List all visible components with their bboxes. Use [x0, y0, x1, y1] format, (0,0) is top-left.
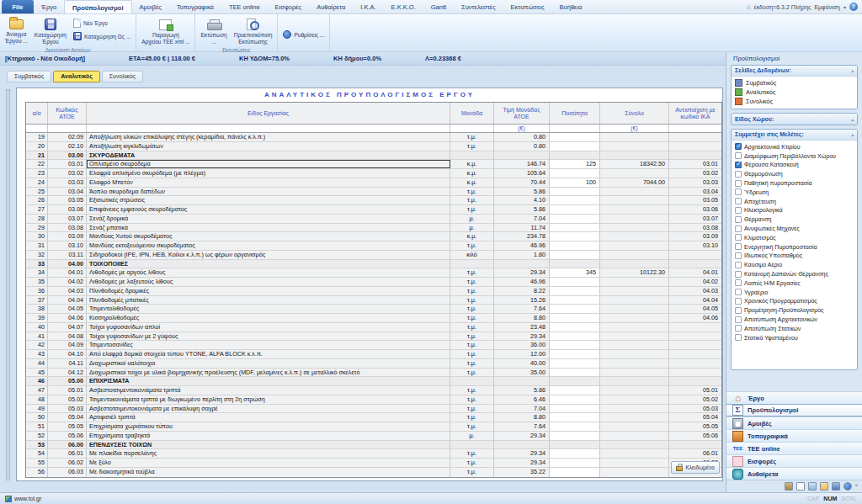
study-item[interactable]: Θέρμανση [732, 215, 857, 224]
produce-tee-xml-button[interactable]: ΠαραγωγήΑρχείου ΤΕΕ xml ... [139, 15, 192, 46]
cell-qty[interactable] [550, 413, 600, 422]
cell-desc[interactable]: Πλινθοδομές μπατικές [87, 296, 450, 305]
study-item[interactable]: Κατανομή Δαπανών Θέρμανσης [732, 269, 857, 279]
print-preview-button[interactable]: ΠροεπισκόπισηΕκτύπωσης [231, 15, 275, 46]
cell-desc[interactable]: Σενάζ μπατικά [87, 224, 450, 232]
cell-qty[interactable] [550, 241, 600, 250]
cell-qty[interactable] [550, 169, 600, 178]
study-item[interactable]: Ενεργητική Πυροπροστασία [732, 242, 857, 252]
menu-tab-ektyposeis[interactable]: Εκτυπώσεις [503, 0, 552, 13]
study-item[interactable]: Παθητική πυροπροστασία [732, 178, 857, 188]
locked-button[interactable]: Κλειδωμένο [671, 461, 720, 474]
study-item[interactable]: Ανυψωτικές Μηχανές [732, 224, 857, 233]
cell-qty[interactable] [550, 422, 600, 431]
menu-tab-voitheia[interactable]: Βοήθεια [552, 0, 590, 13]
cell-desc[interactable]: Σενάζ δρομικά [87, 215, 450, 223]
cell-qty[interactable] [550, 369, 600, 377]
cell-desc[interactable]: Αποξήλωση κιγκλιδωμάτων [87, 142, 450, 151]
cell-qty[interactable] [550, 441, 600, 449]
cell-qty[interactable] [550, 215, 600, 223]
cell-qty[interactable] [550, 287, 600, 295]
cell-qty[interactable] [550, 377, 600, 385]
website-link[interactable]: www.tol.gr [14, 496, 41, 501]
collapse-icon[interactable]: ▴ [851, 130, 854, 140]
window-small-icon[interactable] [808, 482, 817, 491]
study-item[interactable]: Αποτύπωση Αρχιτεκτονικών [732, 315, 857, 324]
menu-tab-ekko[interactable]: Ε.Κ.Κ.Ο. [384, 0, 423, 13]
cell-qty[interactable] [550, 350, 600, 358]
checkbox-icon[interactable] [735, 289, 742, 295]
study-item[interactable]: Θερμομόνωση [732, 169, 857, 178]
cell-desc[interactable]: Από ελαφρά δομικά στοιχεία τύπου YTONE, … [87, 350, 450, 358]
checkbox-icon[interactable] [735, 143, 742, 150]
cell-qty[interactable] [550, 142, 600, 151]
print-button[interactable]: Εκτύπωση... [198, 15, 229, 46]
checkbox-icon[interactable] [735, 180, 742, 187]
data-page-analytikos[interactable]: Αναλυτικός [732, 88, 857, 97]
cell-desc[interactable]: Κισσηρολιθοδομές [87, 314, 450, 322]
archive-small-icon[interactable] [785, 482, 793, 491]
study-item[interactable]: Ιδιωτικός Υποσταθμός [732, 252, 857, 261]
cell-qty[interactable] [550, 359, 600, 368]
cell-qty[interactable] [550, 205, 600, 214]
checkbox-icon[interactable] [735, 271, 742, 278]
checkbox-icon[interactable] [735, 216, 742, 223]
menu-tab-gantt[interactable]: Gantt [423, 0, 454, 13]
checkbox-icon[interactable] [735, 325, 742, 332]
space-type-header[interactable]: Είδος Χώρου: ▴ [732, 114, 857, 125]
cell-desc[interactable]: Αρτιφισιέλ τριπτά [87, 413, 450, 422]
collapse-icon[interactable]: ▴ [851, 66, 854, 76]
data-pages-header[interactable]: Σελίδες Δεδομένων: ▴ [732, 66, 857, 77]
nav-item-tee-online[interactable]: TEEΤΕΕ online [726, 442, 862, 454]
study-item[interactable]: Αρχιτεκτονικά Κτιρίου [732, 142, 857, 151]
cell-qty[interactable] [550, 314, 600, 322]
cell-qty[interactable] [550, 459, 600, 467]
cell-desc[interactable]: ΤΟΙΧΟΠΟΙΙΕΣ [87, 260, 450, 268]
nav-item-ergo[interactable]: ⌂Έργο [726, 391, 862, 404]
cell-desc[interactable]: Μανδύας Χυτού σκυροδέματος [87, 232, 450, 241]
checkbox-icon[interactable] [735, 171, 742, 178]
cell-desc[interactable]: ΕΠΕΝΔΥΣΕΙΣ ΤΟΙΧΩΝ [87, 441, 450, 449]
checkbox-icon[interactable] [735, 298, 742, 305]
display-menu[interactable]: Εμφάνιση [814, 4, 840, 10]
cell-qty[interactable]: 125 [550, 160, 600, 168]
cell-desc[interactable]: Πλινθοδομές δρομικές [87, 287, 450, 295]
cell-qty[interactable] [550, 386, 600, 395]
menu-tab-ika[interactable]: Ι.Κ.Α. [353, 0, 383, 13]
checkbox-icon[interactable] [735, 234, 742, 241]
cell-qty[interactable] [550, 188, 600, 196]
cell-desc[interactable]: Σιδηροδοκοί (IPE, IPN, HEB, Κοίλοι κ.λ.π… [87, 251, 450, 259]
open-project-button[interactable]: ΆνοιγμαΈργου ... [3, 15, 30, 46]
cell-qty[interactable] [550, 405, 600, 413]
folder-small-icon[interactable] [820, 482, 828, 491]
save-as-button[interactable]: Καταχώρηση Ως ... [71, 31, 133, 41]
cell-qty[interactable] [550, 278, 600, 286]
cell-desc[interactable]: Άοπλο σκυρόδεμα δαπέδων [87, 188, 450, 196]
splitter[interactable] [6, 89, 10, 480]
study-item[interactable]: Λοιπές Η/Μ Εργασίες [732, 279, 857, 288]
menu-tab-afthaireta[interactable]: Αυθαίρετα [309, 0, 353, 13]
menu-tab-syntelestes[interactable]: Συντελεστές [454, 0, 503, 13]
menu-tab-topografika[interactable]: Τοπογραφικά [169, 0, 221, 13]
menu-tab-tee-online[interactable]: ΤΕΕ online [221, 0, 268, 13]
study-item[interactable]: Αποχέτευση [732, 197, 857, 206]
studies-header[interactable]: Συμμετέχει στις Μελέτες: ▴ [732, 130, 857, 141]
cell-qty[interactable] [550, 395, 600, 404]
cell-desc[interactable]: Ελαφρό Μπετόν [87, 178, 450, 187]
help-small-icon[interactable] [843, 482, 852, 491]
checkbox-icon[interactable] [735, 279, 742, 286]
checkbox-icon[interactable] [735, 207, 742, 214]
save-project-button[interactable]: ΚαταχώρησηΈργου [32, 15, 69, 46]
settings-button[interactable]: Ρυθμίσεις ... [280, 25, 327, 44]
checkbox-icon[interactable] [735, 316, 742, 323]
page-tab-synolikos[interactable]: Συνολικός [102, 71, 143, 82]
checkbox-icon[interactable] [735, 262, 742, 268]
study-item[interactable]: Διαμόρφωση Περιβάλλοντα Χώρου [732, 151, 857, 161]
checkbox-icon[interactable] [735, 152, 742, 159]
cell-qty[interactable] [550, 323, 600, 332]
data-page-symvatikos[interactable]: Συμβατικός [732, 78, 857, 88]
nav-item-proypologismoi[interactable]: ΣΠροϋπολογισμοί [726, 404, 862, 416]
cell-desc[interactable]: Ασβεστοτσιμεντοκονιάματα με επικάλυψη σα… [87, 405, 450, 413]
study-item[interactable]: Καύσιμο Αέριο [732, 260, 857, 269]
cell-desc[interactable]: Επιχρίσματα χωριάτικου τύπου [87, 422, 450, 431]
